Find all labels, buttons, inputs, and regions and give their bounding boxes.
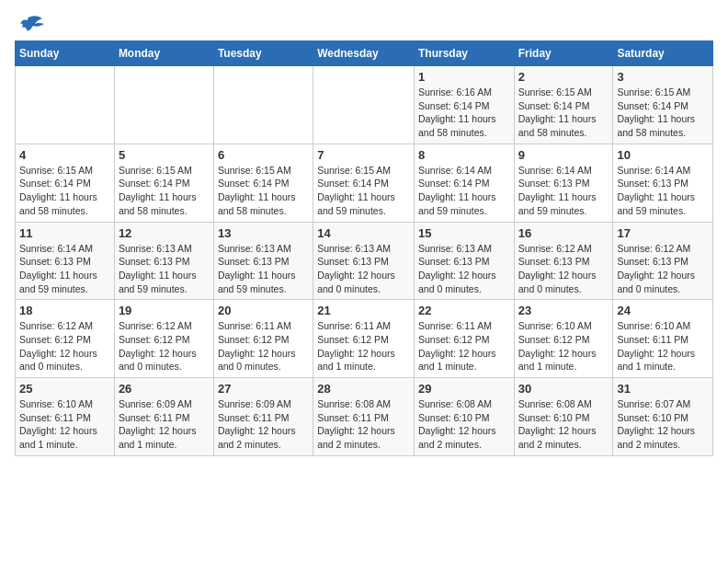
day-number: 15 (418, 226, 510, 240)
day-number: 24 (617, 304, 709, 317)
day-number: 10 (617, 148, 709, 162)
day-detail: Sunrise: 6:11 AMSunset: 6:12 PMDaylight:… (418, 320, 496, 372)
day-number: 27 (218, 382, 309, 396)
day-number: 23 (518, 304, 609, 317)
header (15, 15, 713, 33)
calendar-table: SundayMondayTuesdayWednesdayThursdayFrid… (15, 40, 713, 456)
day-cell: 10Sunrise: 6:14 AMSunset: 6:13 PMDayligh… (613, 144, 713, 222)
day-cell: 11Sunrise: 6:14 AMSunset: 6:13 PMDayligh… (16, 222, 115, 300)
day-detail: Sunrise: 6:12 AMSunset: 6:13 PMDaylight:… (617, 243, 695, 294)
day-detail: Sunrise: 6:15 AMSunset: 6:14 PMDaylight:… (19, 165, 97, 216)
day-number: 2 (518, 70, 609, 84)
day-detail: Sunrise: 6:15 AMSunset: 6:14 PMDaylight:… (317, 165, 395, 216)
day-cell: 7Sunrise: 6:15 AMSunset: 6:14 PMDaylight… (313, 144, 415, 222)
day-cell: 30Sunrise: 6:08 AMSunset: 6:10 PMDayligh… (514, 378, 613, 456)
day-number: 26 (119, 382, 210, 396)
day-number: 17 (617, 226, 709, 240)
day-number: 25 (19, 382, 110, 396)
day-cell (213, 66, 313, 144)
day-detail: Sunrise: 6:08 AMSunset: 6:11 PMDaylight:… (317, 398, 395, 450)
day-number: 4 (19, 148, 110, 162)
day-detail: Sunrise: 6:10 AMSunset: 6:11 PMDaylight:… (19, 398, 97, 450)
header-saturday: Saturday (613, 41, 713, 66)
day-detail: Sunrise: 6:09 AMSunset: 6:11 PMDaylight:… (119, 398, 197, 450)
logo-bird-icon (18, 15, 44, 33)
day-cell: 28Sunrise: 6:08 AMSunset: 6:11 PMDayligh… (313, 378, 415, 456)
day-number: 8 (418, 148, 510, 162)
day-cell: 31Sunrise: 6:07 AMSunset: 6:10 PMDayligh… (613, 378, 713, 456)
day-detail: Sunrise: 6:14 AMSunset: 6:13 PMDaylight:… (518, 165, 597, 216)
day-detail: Sunrise: 6:12 AMSunset: 6:12 PMDaylight:… (119, 320, 197, 372)
day-cell: 21Sunrise: 6:11 AMSunset: 6:12 PMDayligh… (313, 300, 415, 378)
day-number: 1 (418, 70, 510, 84)
day-number: 28 (317, 382, 410, 396)
day-cell (114, 66, 213, 144)
day-cell: 5Sunrise: 6:15 AMSunset: 6:14 PMDaylight… (114, 144, 213, 222)
day-detail: Sunrise: 6:14 AMSunset: 6:14 PMDaylight:… (418, 165, 496, 216)
day-detail: Sunrise: 6:14 AMSunset: 6:13 PMDaylight:… (617, 165, 695, 216)
day-number: 30 (518, 382, 609, 396)
day-detail: Sunrise: 6:13 AMSunset: 6:13 PMDaylight:… (119, 243, 197, 294)
day-detail: Sunrise: 6:15 AMSunset: 6:14 PMDaylight:… (218, 165, 296, 216)
day-cell: 29Sunrise: 6:08 AMSunset: 6:10 PMDayligh… (414, 378, 514, 456)
day-cell: 20Sunrise: 6:11 AMSunset: 6:12 PMDayligh… (213, 300, 313, 378)
day-number: 20 (218, 304, 309, 317)
day-number: 18 (19, 304, 110, 317)
day-cell: 25Sunrise: 6:10 AMSunset: 6:11 PMDayligh… (16, 378, 115, 456)
day-number: 11 (19, 226, 110, 240)
day-number: 29 (418, 382, 510, 396)
day-cell: 22Sunrise: 6:11 AMSunset: 6:12 PMDayligh… (414, 300, 514, 378)
day-detail: Sunrise: 6:08 AMSunset: 6:10 PMDaylight:… (518, 398, 597, 450)
day-detail: Sunrise: 6:11 AMSunset: 6:12 PMDaylight:… (218, 320, 296, 372)
day-cell: 6Sunrise: 6:15 AMSunset: 6:14 PMDaylight… (213, 144, 313, 222)
day-number: 16 (518, 226, 609, 240)
day-detail: Sunrise: 6:10 AMSunset: 6:12 PMDaylight:… (518, 320, 597, 372)
day-detail: Sunrise: 6:13 AMSunset: 6:13 PMDaylight:… (418, 243, 496, 294)
week-row-4: 18Sunrise: 6:12 AMSunset: 6:12 PMDayligh… (16, 300, 713, 378)
day-number: 21 (317, 304, 410, 317)
day-cell: 4Sunrise: 6:15 AMSunset: 6:14 PMDaylight… (16, 144, 115, 222)
header-friday: Friday (514, 41, 613, 66)
day-cell: 3Sunrise: 6:15 AMSunset: 6:14 PMDaylight… (613, 66, 713, 144)
day-detail: Sunrise: 6:15 AMSunset: 6:14 PMDaylight:… (119, 165, 197, 216)
day-number: 14 (317, 226, 410, 240)
week-row-1: 1Sunrise: 6:16 AMSunset: 6:14 PMDaylight… (16, 66, 713, 144)
day-cell: 14Sunrise: 6:13 AMSunset: 6:13 PMDayligh… (313, 222, 415, 300)
logo (15, 15, 44, 33)
day-cell: 26Sunrise: 6:09 AMSunset: 6:11 PMDayligh… (114, 378, 213, 456)
day-cell: 17Sunrise: 6:12 AMSunset: 6:13 PMDayligh… (613, 222, 713, 300)
day-detail: Sunrise: 6:15 AMSunset: 6:14 PMDaylight:… (617, 86, 695, 138)
day-number: 9 (518, 148, 609, 162)
day-number: 7 (317, 148, 410, 162)
day-detail: Sunrise: 6:07 AMSunset: 6:10 PMDaylight:… (617, 398, 695, 450)
day-detail: Sunrise: 6:11 AMSunset: 6:12 PMDaylight:… (317, 320, 395, 372)
day-detail: Sunrise: 6:13 AMSunset: 6:13 PMDaylight:… (317, 243, 395, 294)
day-detail: Sunrise: 6:14 AMSunset: 6:13 PMDaylight:… (19, 243, 97, 294)
day-cell: 12Sunrise: 6:13 AMSunset: 6:13 PMDayligh… (114, 222, 213, 300)
day-cell: 27Sunrise: 6:09 AMSunset: 6:11 PMDayligh… (213, 378, 313, 456)
day-cell: 18Sunrise: 6:12 AMSunset: 6:12 PMDayligh… (16, 300, 115, 378)
day-cell (16, 66, 115, 144)
day-number: 12 (119, 226, 210, 240)
day-number: 3 (617, 70, 709, 84)
day-cell (313, 66, 415, 144)
header-sunday: Sunday (16, 41, 115, 66)
day-number: 6 (218, 148, 309, 162)
day-detail: Sunrise: 6:09 AMSunset: 6:11 PMDaylight:… (218, 398, 296, 450)
day-detail: Sunrise: 6:08 AMSunset: 6:10 PMDaylight:… (418, 398, 496, 450)
day-cell: 9Sunrise: 6:14 AMSunset: 6:13 PMDaylight… (514, 144, 613, 222)
day-number: 22 (418, 304, 510, 317)
day-number: 5 (119, 148, 210, 162)
day-cell: 15Sunrise: 6:13 AMSunset: 6:13 PMDayligh… (414, 222, 514, 300)
week-row-3: 11Sunrise: 6:14 AMSunset: 6:13 PMDayligh… (16, 222, 713, 300)
day-detail: Sunrise: 6:15 AMSunset: 6:14 PMDaylight:… (518, 86, 597, 138)
day-cell: 2Sunrise: 6:15 AMSunset: 6:14 PMDaylight… (514, 66, 613, 144)
week-row-5: 25Sunrise: 6:10 AMSunset: 6:11 PMDayligh… (16, 378, 713, 456)
day-cell: 8Sunrise: 6:14 AMSunset: 6:14 PMDaylight… (414, 144, 514, 222)
day-cell: 16Sunrise: 6:12 AMSunset: 6:13 PMDayligh… (514, 222, 613, 300)
day-detail: Sunrise: 6:10 AMSunset: 6:11 PMDaylight:… (617, 320, 695, 372)
header-wednesday: Wednesday (313, 41, 415, 66)
day-detail: Sunrise: 6:12 AMSunset: 6:13 PMDaylight:… (518, 243, 597, 294)
day-detail: Sunrise: 6:12 AMSunset: 6:12 PMDaylight:… (19, 320, 97, 372)
day-number: 19 (119, 304, 210, 317)
